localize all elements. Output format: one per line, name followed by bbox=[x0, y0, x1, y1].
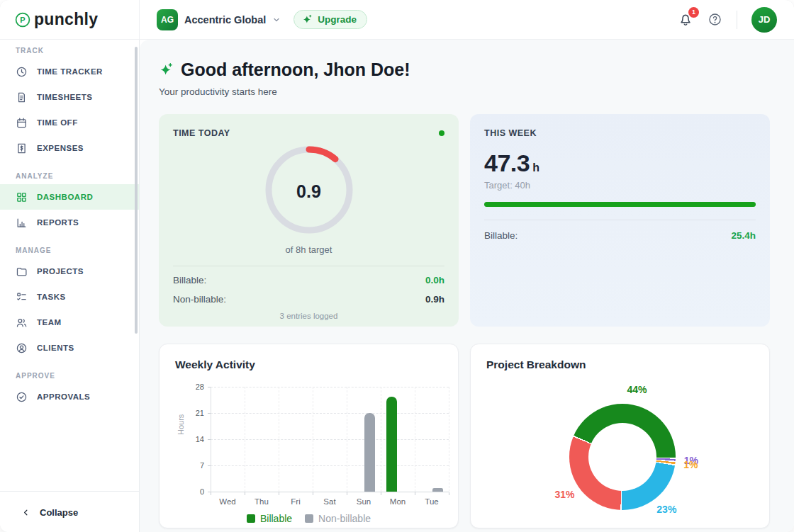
x-tick-label: Thu bbox=[246, 497, 277, 506]
bar-mon-billable bbox=[386, 397, 397, 492]
folder-icon bbox=[16, 266, 28, 278]
sidebar-item-label: TEAM bbox=[37, 318, 62, 327]
upgrade-button[interactable]: Upgrade bbox=[293, 10, 367, 29]
sidebar-section-label: TRACK bbox=[0, 47, 139, 59]
notifications-button[interactable]: 1 bbox=[678, 12, 693, 28]
donut-hole bbox=[588, 423, 656, 491]
x-tick-mark bbox=[279, 492, 279, 495]
help-button[interactable] bbox=[708, 12, 722, 27]
sidebar-item-reports[interactable]: REPORTS bbox=[0, 210, 139, 235]
x-tick-mark bbox=[313, 492, 313, 495]
nonbillable-label: Non-billable: bbox=[173, 294, 226, 305]
sidebar-item-time-tracker[interactable]: TIME TRACKER bbox=[0, 59, 139, 84]
sidebar-item-team[interactable]: TEAM bbox=[0, 310, 139, 335]
sidebar-item-expenses[interactable]: EXPENSES bbox=[0, 135, 139, 161]
topbar-divider bbox=[737, 11, 737, 29]
grid-icon bbox=[16, 191, 28, 203]
content-row: TRACKTIME TRACKERTIMESHEETSTIME OFFEXPEN… bbox=[0, 40, 794, 532]
workspace-name: Accentric Global bbox=[184, 14, 266, 26]
page-subtitle: Your productivity starts here bbox=[159, 86, 770, 97]
status-dot bbox=[439, 130, 444, 136]
sidebar-item-projects[interactable]: PROJECTS bbox=[0, 259, 139, 284]
chart-legend: BillableNon-billable bbox=[160, 513, 458, 524]
sidebar-item-dashboard[interactable]: DASHBOARD bbox=[0, 184, 139, 210]
x-tick-mark bbox=[415, 492, 415, 495]
gridline-v bbox=[415, 387, 415, 492]
notification-badge: 1 bbox=[688, 7, 699, 18]
donut-label-3: 23% bbox=[656, 504, 676, 515]
bar-chart-icon bbox=[16, 217, 28, 229]
workspace-selector[interactable]: AG Accentric Global bbox=[157, 9, 281, 30]
billable-label: Billable: bbox=[173, 275, 206, 285]
sidebar-item-label: REPORTS bbox=[37, 218, 79, 227]
x-tick-label: Sat bbox=[314, 497, 345, 506]
workspace-avatar: AG bbox=[157, 9, 178, 30]
x-tick-mark bbox=[211, 492, 211, 495]
svg-text:P: P bbox=[20, 16, 25, 24]
collapse-button[interactable]: Collapse bbox=[0, 491, 139, 532]
x-tick-mark bbox=[245, 492, 245, 495]
daily-progress-ring: 0.9 bbox=[263, 144, 355, 239]
sidebar-item-tasks[interactable]: TASKS bbox=[0, 284, 139, 310]
sidebar-item-label: TASKS bbox=[37, 293, 66, 301]
sidebar-item-approvals[interactable]: APPROVALS bbox=[0, 384, 139, 409]
sidebar-section: APPROVEAPPROVALS bbox=[0, 372, 139, 409]
punchly-logo-icon: P bbox=[14, 11, 31, 28]
bar-tue-nonbillable bbox=[432, 488, 443, 492]
sidebar-item-clients[interactable]: CLIENTS bbox=[0, 335, 139, 361]
sidebar-scrollbar[interactable] bbox=[135, 47, 138, 334]
donut-label-2: 1% bbox=[683, 459, 698, 470]
topbar-right: 1 JD bbox=[678, 7, 777, 33]
collapse-label: Collapse bbox=[40, 507, 78, 518]
sidebar-item-label: TIMESHEETS bbox=[37, 93, 92, 101]
legend-item-billable: Billable bbox=[247, 513, 292, 524]
sidebar-nav: TRACKTIME TRACKERTIMESHEETSTIME OFFEXPEN… bbox=[0, 40, 139, 491]
y-tick-label: 14 bbox=[196, 435, 204, 443]
entries-logged-label: 3 entries logged bbox=[173, 312, 444, 320]
legend-label: Non-billable bbox=[318, 513, 371, 524]
x-tick-label: Mon bbox=[382, 497, 413, 506]
calendar-icon bbox=[16, 117, 28, 129]
week-progress-bar bbox=[484, 202, 756, 207]
gridline-h bbox=[211, 439, 449, 440]
chevron-down-icon bbox=[272, 16, 281, 24]
gridline-h bbox=[211, 387, 449, 387]
weekly-activity-card: Weekly Activity Hours 07142128WedThuFriS… bbox=[159, 344, 459, 528]
x-tick-mark bbox=[347, 492, 347, 495]
divider bbox=[484, 220, 756, 220]
legend-swatch bbox=[247, 514, 255, 523]
legend-swatch bbox=[305, 514, 313, 523]
page-title: Good afternoon, Jhon Doe! bbox=[181, 60, 410, 80]
sidebar-section: ANALYZEDASHBOARDREPORTS bbox=[0, 172, 139, 235]
ring-value: 0.9 bbox=[263, 144, 355, 239]
x-tick-mark bbox=[381, 492, 381, 495]
y-tick-label: 21 bbox=[196, 409, 204, 417]
week-billable-value: 25.4h bbox=[731, 230, 756, 241]
y-axis-line bbox=[211, 387, 211, 492]
bar-sun-nonbillable bbox=[364, 413, 375, 492]
sidebar-section: MANAGEPROJECTSTASKSTEAMCLIENTS bbox=[0, 247, 139, 361]
sidebar-item-label: PROJECTS bbox=[37, 267, 84, 276]
sidebar-item-time-off[interactable]: TIME OFF bbox=[0, 110, 139, 135]
check-circle-icon bbox=[16, 391, 28, 403]
sparkle-icon bbox=[302, 14, 313, 25]
brand-name: punchly bbox=[34, 10, 98, 29]
team-icon bbox=[16, 317, 28, 329]
sidebar-item-timesheets[interactable]: TIMESHEETS bbox=[0, 84, 139, 110]
gridline-v bbox=[279, 387, 279, 492]
main-content: Good afternoon, Jhon Doe! Your productiv… bbox=[140, 40, 794, 532]
week-target-label: Target: 40h bbox=[484, 180, 756, 191]
app-window: P punchly AG Accentric Global Upgrade bbox=[0, 0, 794, 532]
upgrade-label: Upgrade bbox=[318, 14, 357, 25]
sidebar-section-label: MANAGE bbox=[0, 247, 139, 259]
sidebar-item-label: CLIENTS bbox=[37, 344, 74, 352]
x-tick-label: Sun bbox=[348, 497, 379, 506]
document-icon bbox=[16, 91, 28, 103]
y-tick-label: 7 bbox=[200, 461, 204, 470]
user-avatar[interactable]: JD bbox=[751, 7, 777, 33]
top-bar: P punchly AG Accentric Global Upgrade bbox=[0, 0, 794, 40]
clock-icon bbox=[16, 66, 28, 78]
sidebar-item-label: TIME OFF bbox=[37, 118, 78, 127]
project-breakdown-title: Project Breakdown bbox=[486, 358, 754, 371]
project-breakdown-card: Project Breakdown 44%1%1%23%31% bbox=[470, 344, 770, 528]
